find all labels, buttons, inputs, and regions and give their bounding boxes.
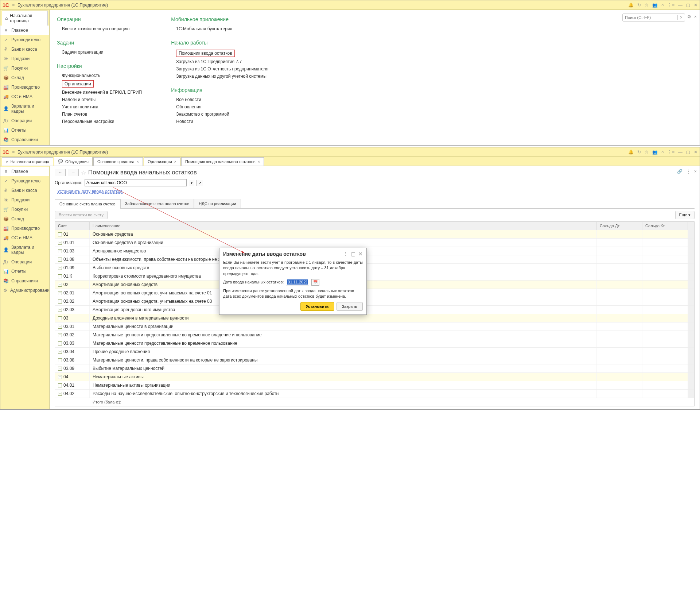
sidebar-item[interactable]: ↗Руководителю	[0, 176, 49, 186]
scrollbar-track[interactable]	[688, 289, 694, 297]
table-row[interactable]: т02.02Амортизация основных средств, учит…	[55, 297, 694, 306]
table-row[interactable]: т03.02Материальные ценности предоставлен…	[55, 331, 694, 339]
tab-balance-wizard[interactable]: Помощник ввода начальных остатков×	[181, 157, 264, 166]
sidebar-item[interactable]: 📊Отчеты	[0, 267, 49, 276]
section-link[interactable]: Загрузка данных из другой учетной систем…	[171, 73, 268, 80]
maximize-icon[interactable]: ▢	[686, 150, 690, 155]
scrollbar-track[interactable]	[688, 331, 694, 339]
bell-icon[interactable]: 🔔	[628, 150, 634, 155]
section-link[interactable]: Налоги и отчеты	[57, 96, 142, 103]
col-account[interactable]: Счет	[55, 222, 90, 230]
scrollbar-track[interactable]	[688, 314, 694, 322]
scrollbar-track[interactable]	[688, 339, 694, 347]
kebab-icon[interactable]: ⋮	[686, 169, 691, 174]
scrollbar-track[interactable]	[688, 356, 694, 364]
calendar-icon[interactable]: 📅	[311, 279, 319, 286]
date-input[interactable]	[287, 279, 308, 285]
close-icon[interactable]: ✕	[694, 3, 697, 8]
table-row[interactable]: т01.08Объекты недвижимости, права собств…	[55, 255, 694, 264]
tab-fixed-assets[interactable]: Основные средства×	[93, 157, 143, 166]
table-row[interactable]: т01.09Выбытие основных средств	[55, 264, 694, 272]
gear-icon[interactable]: ⚙	[687, 14, 691, 19]
history-icon[interactable]: ↻	[637, 150, 641, 155]
close-tab-icon[interactable]: ×	[174, 159, 176, 164]
table-row[interactable]: т01.03Арендованное имущество	[55, 247, 694, 255]
table-row[interactable]: т04.01Нематериальные активы организации	[55, 381, 694, 390]
section-link[interactable]: Учетная политика	[57, 103, 142, 111]
nav-back-button[interactable]: ←	[55, 169, 66, 176]
table-row[interactable]: т03.01Материальные ценности в организаци…	[55, 322, 694, 331]
star-icon[interactable]: ☆	[645, 150, 649, 155]
sidebar-item[interactable]: ₽Банк и касса	[0, 186, 49, 195]
maximize-icon[interactable]: ▢	[686, 3, 690, 8]
settings-icon[interactable]: ⋮≡	[668, 3, 674, 8]
tab-organizations[interactable]: Организации×	[144, 157, 180, 166]
sidebar-item[interactable]: ⚙Администрирование	[0, 286, 49, 295]
menu-icon[interactable]: ≡	[12, 150, 15, 155]
sidebar-item[interactable]: 🛒Покупки	[0, 63, 49, 73]
date-input-wrapper[interactable]	[286, 279, 309, 286]
start-page-tab[interactable]: ⌂ Начальная страница	[2, 11, 48, 26]
subtab-offbalance[interactable]: Забалансовые счета плана счетов	[120, 199, 194, 208]
close-tab-icon[interactable]: ×	[258, 159, 260, 164]
sidebar-item[interactable]: 📊Отчеты	[0, 125, 49, 135]
section-link[interactable]: Загрузка из 1С:Предприятия 7.7	[171, 58, 268, 65]
dialog-kebab-icon[interactable]: ⋮	[343, 251, 348, 257]
scrollbar-track[interactable]	[688, 297, 694, 305]
close-panel-icon[interactable]: ×	[694, 14, 697, 19]
link-icon[interactable]: 🔗	[677, 169, 682, 174]
table-row[interactable]: т03.09Выбытие материальных ценностей	[55, 364, 694, 373]
scrollbar-track[interactable]	[688, 230, 694, 238]
close-icon[interactable]: ✕	[694, 150, 697, 155]
sidebar-item[interactable]: ДтОперации	[0, 257, 49, 267]
table-row[interactable]: т01.01Основные средства в организации	[55, 239, 694, 247]
section-link[interactable]: Все новости	[171, 96, 268, 103]
section-link[interactable]: План счетов	[57, 111, 142, 118]
section-link[interactable]: Загрузка из 1С:Отчетность предпринимател…	[171, 65, 268, 73]
section-link[interactable]: Новости	[171, 118, 268, 125]
search-input[interactable]	[623, 14, 677, 21]
sidebar-item[interactable]: 📦Склад	[0, 73, 49, 82]
sidebar-item[interactable]: 🛍Продажи	[0, 195, 49, 205]
section-link[interactable]: Персональные настройки	[57, 118, 142, 125]
sidebar-item[interactable]: ДтОперации	[0, 116, 49, 125]
sidebar-item[interactable]: 🚚ОС и НМА	[0, 92, 49, 101]
section-link[interactable]: 1С:Мобильная бухгалтерия	[171, 25, 268, 32]
subtab-main-accounts[interactable]: Основные счета плана счетов	[55, 199, 120, 209]
set-date-link[interactable]: Установить дату ввода остатков	[55, 188, 125, 195]
circle-icon[interactable]: ○	[661, 3, 664, 8]
tab-start[interactable]: ⌂Начальная страница	[2, 157, 53, 166]
org-input[interactable]	[85, 179, 187, 186]
scrollbar-track[interactable]	[688, 247, 694, 255]
table-row[interactable]: т02Амортизация основных средств	[55, 281, 694, 289]
scrollbar-track[interactable]	[688, 322, 694, 331]
close-page-icon[interactable]: ×	[694, 169, 697, 174]
sidebar-item[interactable]: 🏭Производство	[0, 224, 49, 233]
search-box[interactable]: ×	[622, 13, 685, 22]
sidebar-item[interactable]: 📚Справочники	[0, 135, 49, 144]
settings-icon[interactable]: ⋮≡	[668, 150, 674, 155]
table-row[interactable]: т02.03Амортизация арендованного имуществ…	[55, 306, 694, 314]
sidebar-item[interactable]: 🏭Производство	[0, 82, 49, 92]
sidebar-item[interactable]: 🚚ОС и НМА	[0, 233, 49, 243]
bell-icon[interactable]: 🔔	[628, 3, 634, 8]
section-link[interactable]: Внесение изменений в ЕГРЮЛ, ЕГРИП	[57, 89, 142, 96]
menu-icon[interactable]: ≡	[12, 3, 15, 8]
scrollbar-track[interactable]	[688, 373, 694, 381]
clear-search-icon[interactable]: ×	[677, 15, 685, 20]
section-link[interactable]: Ввести хозяйственную операцию	[57, 25, 142, 32]
minimize-icon[interactable]: —	[678, 150, 682, 155]
section-link[interactable]: Задачи организации	[57, 49, 142, 56]
set-button[interactable]: Установить	[300, 302, 334, 311]
org-dropdown-button[interactable]: ▾	[189, 180, 194, 186]
col-name[interactable]: Наименование	[90, 222, 597, 230]
sidebar-item[interactable]: 🛍Продажи	[0, 54, 49, 63]
scrollbar-track[interactable]	[688, 239, 694, 247]
section-link[interactable]: Организации	[57, 79, 142, 89]
sidebar-item[interactable]: 🛒Покупки	[0, 205, 49, 214]
table-row[interactable]: т03.08Материальные ценности, права собст…	[55, 356, 694, 364]
history-icon[interactable]: ↻	[637, 3, 641, 8]
users-icon[interactable]: 👥	[652, 3, 658, 8]
more-button[interactable]: Еще ▾	[675, 211, 695, 219]
col-debit[interactable]: Сальдо Дт	[597, 222, 642, 230]
